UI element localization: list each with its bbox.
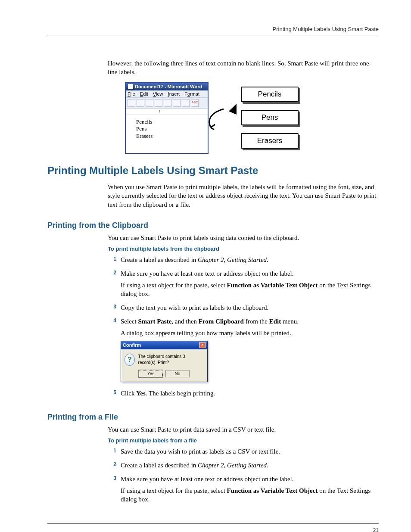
spell-icon[interactable]	[182, 99, 190, 107]
step5-post: . The labels begin printing.	[146, 390, 215, 397]
file-proc-title: To print multiple labels from a file	[108, 437, 379, 444]
fstep3-note-pre: If using a text object for the paste, se…	[121, 487, 227, 494]
word-app-icon	[128, 84, 133, 89]
intro-block: However, the following three lines of te…	[108, 59, 379, 77]
word-toolbar: ABC	[126, 98, 208, 109]
step4-line2: A dialog box appears telling you how man…	[121, 329, 379, 337]
no-button[interactable]: No	[165, 370, 190, 378]
file-intro: You can use Smart Paste to print data sa…	[108, 425, 379, 434]
step-number: 2	[108, 461, 116, 472]
step-number: 2	[108, 269, 116, 301]
section-printing-multiple: Printing Multiple Labels Using Smart Pas…	[47, 165, 379, 177]
word-title: Document17 - Microsoft Word	[135, 84, 202, 89]
word-line-1: Pencils	[136, 118, 202, 126]
abc-icon[interactable]: ABC	[191, 99, 199, 107]
running-header: Printing Multiple Labels Using Smart Pas…	[47, 26, 379, 35]
menu-edit[interactable]: Edit	[140, 91, 148, 96]
confirm-titlebar: Confirm ×	[121, 341, 207, 349]
step-4: 4 Select Smart Paste, and then From Clip…	[108, 317, 379, 386]
confirm-title-text: Confirm	[123, 342, 141, 348]
permission-icon[interactable]	[155, 99, 162, 107]
page-footer: 21	[47, 523, 379, 532]
menu-file[interactable]: File	[128, 91, 135, 96]
new-icon[interactable]	[128, 99, 135, 107]
step-number: 3	[108, 303, 116, 314]
step1-text: Create a label as described in	[121, 256, 198, 263]
section1-body: When you use Smart Paste to print multip…	[108, 183, 379, 209]
word-menubar: File Edit View Insert Format	[126, 90, 208, 98]
confirm-message: The clipboard contains 3 record(s). Prin…	[138, 354, 204, 365]
confirm-body: ? The clipboard contains 3 record(s). Pr…	[121, 349, 207, 382]
fstep1-text: Save the data you wish to print as label…	[121, 447, 379, 456]
step-number: 1	[108, 255, 116, 267]
word-titlebar: Document17 - Microsoft Word	[126, 83, 208, 90]
step-number: 5	[108, 389, 116, 400]
step4-b3: Edit	[269, 318, 281, 325]
step-5: 5 Click Yes. The labels begin printing.	[108, 389, 379, 400]
file-step-1: 1 Save the data you wish to print as lab…	[108, 447, 379, 458]
step1-ital: Chapter 2, Getting Started	[198, 256, 267, 263]
word-body: Pencils Pens Erasers	[126, 115, 208, 153]
file-body: You can use Smart Paste to print data sa…	[108, 425, 379, 507]
menu-insert[interactable]: Insert	[168, 91, 180, 96]
step-2: 2 Make sure you have at least one text o…	[108, 269, 379, 301]
step4-mid2: from the	[244, 318, 269, 325]
file-steps: 1 Save the data you wish to print as lab…	[108, 447, 379, 506]
fstep2-pre: Create a label as described in	[121, 462, 198, 469]
subsection-file: Printing from a File	[47, 413, 379, 422]
step4-b1: Smart Paste	[138, 318, 171, 325]
step2-note-bold: Function as Variable Text Object	[227, 282, 318, 289]
step5-pre: Click	[121, 390, 136, 397]
intro-paragraph: However, the following three lines of te…	[108, 59, 379, 77]
section1-paragraph: When you use Smart Paste to print multip…	[108, 183, 379, 209]
close-icon[interactable]: ×	[199, 342, 206, 348]
fstep2-ital: Chapter 2, Getting Started	[198, 462, 267, 469]
step2-text: Make sure you have at least one text or …	[121, 269, 379, 278]
step2-note-pre: If using a text object for the paste, se…	[121, 282, 227, 289]
word-window: Document17 - Microsoft Word File Edit Vi…	[125, 82, 209, 154]
step4-pre: Select	[121, 318, 138, 325]
save-icon[interactable]	[146, 99, 153, 107]
clipboard-proc-title: To print multiple labels from the clipbo…	[108, 246, 379, 252]
figure-smart-paste: Document17 - Microsoft Word File Edit Vi…	[125, 82, 379, 154]
step-1: 1 Create a label as described in Chapter…	[108, 255, 379, 267]
confirm-dialog: Confirm × ? The clipboard contains 3 rec…	[121, 341, 208, 382]
fstep3-text: Make sure you have at least one text or …	[121, 475, 379, 483]
step-number: 1	[108, 447, 116, 458]
arrow-graphic	[200, 100, 234, 136]
page: Printing Multiple Labels Using Smart Pas…	[0, 0, 411, 532]
clipboard-body: You can use Smart Paste to print labels …	[108, 233, 379, 401]
word-line-3: Erasers	[136, 133, 202, 140]
word-ruler: 1	[126, 109, 208, 115]
yes-button[interactable]: Yes	[139, 370, 163, 378]
preview-icon[interactable]	[173, 99, 181, 107]
label-pencils: Pencils	[241, 87, 299, 102]
step3-text: Copy the text you wish to print as label…	[121, 303, 379, 312]
label-erasers: Erasers	[241, 133, 299, 149]
step4-post: menu.	[281, 318, 299, 325]
step4-mid1: , and then	[171, 318, 198, 325]
clipboard-steps: 1 Create a label as described in Chapter…	[108, 255, 379, 400]
step-3: 3 Copy the text you wish to print as lab…	[108, 303, 379, 314]
labels-output: Pencils Pens Erasers	[241, 87, 299, 149]
label-pens: Pens	[241, 110, 299, 125]
step5-b: Yes	[136, 390, 146, 397]
clipboard-intro: You can use Smart Paste to print labels …	[108, 233, 379, 242]
subsection-clipboard: Printing from the Clipboard	[47, 221, 379, 230]
menu-view[interactable]: View	[153, 91, 163, 96]
file-step-2: 2 Create a label as described in Chapter…	[108, 461, 379, 472]
page-number: 21	[373, 527, 379, 532]
file-step-3: 3 Make sure you have at least one text o…	[108, 475, 379, 506]
step4-b2: From Clipboard	[199, 318, 244, 325]
step-number: 3	[108, 475, 116, 506]
fstep2-post: .	[267, 462, 268, 469]
open-icon[interactable]	[137, 99, 144, 107]
question-icon: ?	[125, 354, 135, 366]
menu-format[interactable]: Format	[184, 91, 199, 96]
print-icon[interactable]	[164, 99, 171, 107]
fstep3-note-bold: Function as Variable Text Object	[227, 487, 318, 494]
word-line-2: Pens	[136, 125, 202, 133]
step1-post: .	[267, 256, 268, 263]
step-number: 4	[108, 317, 116, 386]
